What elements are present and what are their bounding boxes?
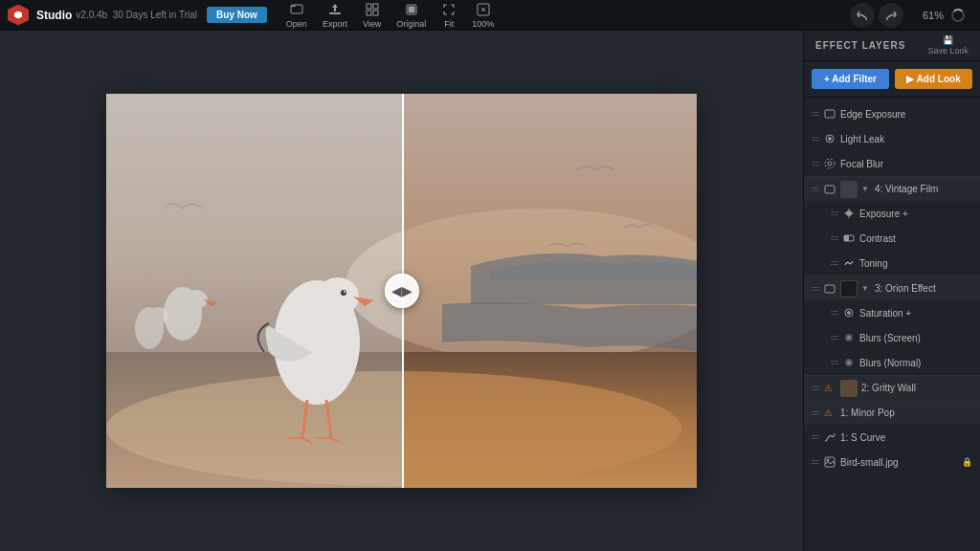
- svg-point-46: [828, 162, 832, 165]
- save-look-button[interactable]: 💾 Save Look: [927, 35, 969, 56]
- drag-handle: [812, 162, 819, 165]
- svg-rect-55: [825, 285, 835, 293]
- layer-vintage-film[interactable]: ▼ 4: Vintage Film: [804, 176, 980, 201]
- svg-rect-3: [367, 4, 371, 9]
- save-icon: 💾: [943, 35, 953, 45]
- svg-rect-5: [367, 11, 371, 15]
- add-filter-button[interactable]: + Add Filter: [812, 69, 889, 89]
- drag-handle: [812, 386, 819, 390]
- before-image: [106, 94, 402, 488]
- zoom-100-icon: [476, 2, 491, 17]
- drag-handle: [831, 236, 838, 240]
- layer-minor-pop[interactable]: 1: Minor Pop: [804, 400, 980, 425]
- svg-point-59: [847, 336, 851, 340]
- visibility-icon: [823, 183, 836, 196]
- toolbar-100[interactable]: 100%: [472, 2, 494, 29]
- layer-orion-effect[interactable]: ▼ 3: Orion Effect: [804, 276, 980, 300]
- svg-point-61: [847, 361, 851, 364]
- warning-icon: [823, 407, 836, 420]
- visibility-icon: [823, 107, 836, 121]
- svg-point-57: [847, 311, 851, 315]
- svg-point-63: [827, 459, 830, 462]
- compare-handle[interactable]: ◀▶: [385, 274, 419, 308]
- buy-now-button[interactable]: Buy Now: [207, 7, 267, 23]
- drag-handle: [831, 211, 838, 215]
- drag-handle: [812, 435, 819, 439]
- open-icon: [289, 2, 304, 17]
- drag-handle: [831, 311, 838, 315]
- svg-point-48: [846, 210, 852, 216]
- drag-handle: [812, 460, 819, 464]
- layer-thumbnail: [840, 380, 858, 397]
- svg-rect-41: [402, 94, 698, 488]
- drag-handle: [812, 187, 819, 191]
- svg-rect-4: [373, 4, 378, 9]
- drag-handle: [812, 287, 819, 291]
- layer-thumbnail: [840, 181, 858, 198]
- effects-panel: EFFECT LAYERS 💾 Save Look + Add Filter ▶…: [803, 31, 980, 551]
- fit-icon: [441, 2, 457, 17]
- drag-handle: [831, 361, 838, 364]
- layer-s-curve[interactable]: 1: S Curve: [804, 425, 980, 450]
- drag-handle: [812, 112, 819, 116]
- layer-blurs-normal[interactable]: Blurs (Normal): [804, 350, 980, 375]
- layer-edge-exposure[interactable]: Edge Exposure: [804, 101, 980, 126]
- app-name: Studio: [36, 9, 72, 22]
- focal-blur-icon: [823, 157, 836, 170]
- zoom-level: 61%: [923, 10, 944, 21]
- svg-rect-47: [825, 186, 835, 193]
- loading-spinner: [951, 9, 965, 22]
- layer-contrast[interactable]: Contrast: [804, 226, 980, 251]
- contrast-icon: [842, 231, 856, 245]
- saturation-icon: [842, 306, 856, 320]
- blur-icon: [842, 331, 856, 344]
- toolbar-export[interactable]: Export: [323, 2, 347, 29]
- svg-point-45: [825, 159, 835, 168]
- panel-header: EFFECT LAYERS 💾 Save Look: [804, 31, 980, 61]
- drag-handle: [831, 261, 838, 265]
- layer-blurs-screen[interactable]: Blurs (Screen): [804, 325, 980, 350]
- redo-button[interactable]: [879, 3, 903, 28]
- svg-point-44: [828, 137, 832, 141]
- layers-list: Edge Exposure Light Leak Focal Blur: [804, 98, 980, 551]
- trial-text: v2.0.4b 30 Days Left in Trial: [76, 10, 197, 20]
- original-icon: [404, 2, 419, 17]
- svg-rect-2: [329, 12, 341, 14]
- warning-icon: [823, 382, 836, 395]
- layer-exposure-plus[interactable]: Exposure +: [804, 201, 980, 226]
- toolbar-original[interactable]: Original: [396, 2, 426, 29]
- sun-icon: [842, 207, 856, 220]
- panel-actions: + Add Filter ▶ Add Look: [804, 61, 980, 98]
- view-icon: [365, 2, 380, 17]
- toolbar-view[interactable]: View: [363, 2, 381, 29]
- main-area: ◀▶ EFFECT LAYERS 💾 Save Look + Add Filte…: [0, 31, 980, 551]
- add-look-button[interactable]: ▶ Add Look: [895, 69, 972, 89]
- layer-gritty-wall[interactable]: 2: Gritty Wall: [804, 375, 980, 400]
- svg-rect-54: [844, 235, 849, 241]
- titlebar: Studio v2.0.4b 30 Days Left in Trial Buy…: [0, 0, 980, 31]
- nav-group: [850, 3, 903, 28]
- undo-button[interactable]: [850, 3, 875, 28]
- svg-rect-26: [106, 94, 402, 488]
- toolbar-fit[interactable]: Fit: [441, 2, 457, 29]
- toolbar-open[interactable]: Open: [286, 2, 307, 29]
- toning-icon: [842, 256, 856, 270]
- expand-arrow-icon: ▼: [861, 284, 869, 293]
- after-image: [402, 94, 698, 488]
- drag-handle: [831, 336, 838, 340]
- image-container: ◀▶: [106, 94, 697, 488]
- app-logo: [8, 5, 29, 26]
- image-icon: [823, 455, 836, 469]
- visibility-icon: [823, 282, 836, 296]
- blur-icon: [842, 356, 856, 369]
- layer-toning[interactable]: Toning: [804, 251, 980, 276]
- canvas-area: ◀▶: [0, 31, 803, 551]
- layer-saturation-plus[interactable]: Saturation +: [804, 300, 980, 325]
- compare-arrows-icon: ◀▶: [391, 283, 412, 298]
- svg-rect-8: [409, 7, 414, 12]
- drag-handle: [812, 137, 819, 141]
- layer-focal-blur[interactable]: Focal Blur: [804, 151, 980, 176]
- layer-light-leak[interactable]: Light Leak: [804, 126, 980, 151]
- toolbar: Open Export View: [286, 2, 494, 29]
- layer-base-image[interactable]: Bird-small.jpg 🔒: [804, 450, 980, 474]
